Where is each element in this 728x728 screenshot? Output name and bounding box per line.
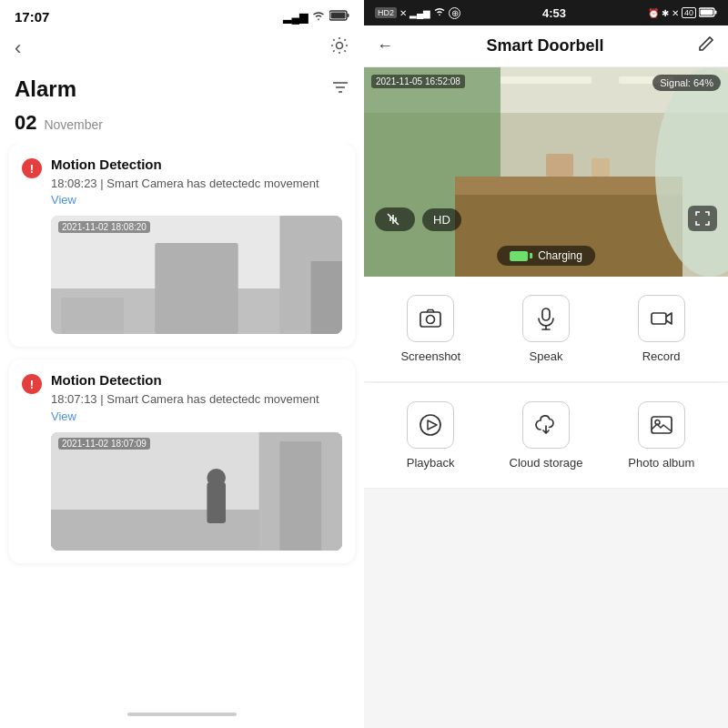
view-link-1[interactable]: View (51, 193, 76, 207)
alarm-clock-icon: ⏰ (648, 8, 659, 18)
speak-icon-container (522, 295, 570, 342)
actions-row-1: Screenshot Speak (364, 277, 728, 381)
battery-tip (530, 253, 532, 258)
svg-rect-11 (155, 243, 238, 334)
status-bar-right: HD2 ✕ ▂▄▆ ⊕ 4:53 ⏰ ✱ ✕ 40 (364, 0, 728, 25)
status-icons-left: ▂▄▆ (283, 10, 349, 24)
charging-label: Charging (538, 249, 582, 262)
signal-bars-icon: ▂▄▆ (410, 8, 430, 18)
date-month: November (44, 117, 103, 132)
alarm-card-1: ! Motion Detection 18:08:23 | Smart Came… (9, 144, 355, 347)
bottom-nav-bar (0, 701, 364, 728)
signal-40-icon: 40 (682, 7, 696, 18)
svg-rect-2 (331, 13, 346, 19)
alarm-thumb-1: 2021-11-02 18:08:20 (51, 216, 342, 334)
svg-rect-33 (500, 76, 592, 84)
screenshot-button[interactable]: Screenshot (394, 295, 467, 363)
speak-button[interactable]: Speak (510, 295, 582, 363)
svg-rect-12 (311, 261, 342, 334)
mute-button[interactable] (375, 207, 415, 231)
screenshot-label: Screenshot (400, 349, 460, 363)
alarm-title: Alarm (15, 76, 76, 102)
svg-rect-19 (207, 482, 226, 523)
signal-icon: ▂▄▆ (283, 11, 308, 24)
wifi-icon-right (433, 7, 446, 18)
svg-rect-1 (348, 14, 349, 17)
status-left-group: HD2 ✕ ▂▄▆ ⊕ (375, 7, 460, 19)
battery-icon (329, 10, 349, 24)
settings-icon[interactable] (329, 35, 349, 60)
signal-badge: Signal: 64% (652, 75, 721, 91)
date-day: 02 (15, 111, 36, 134)
svg-point-20 (207, 469, 226, 487)
svg-rect-22 (715, 10, 717, 14)
battery-body (510, 251, 528, 261)
left-header: ‹ (0, 30, 364, 69)
back-button[interactable]: ‹ (15, 36, 21, 60)
svg-rect-36 (592, 158, 610, 177)
svg-rect-35 (546, 154, 573, 177)
circle-icon: ⊕ (449, 7, 460, 19)
doorbell-back-button[interactable]: ← (377, 36, 393, 56)
svg-rect-40 (542, 308, 550, 320)
battery-charging-icon (510, 251, 532, 261)
home-indicator (127, 713, 237, 716)
speak-label: Speak (530, 349, 563, 363)
svg-rect-43 (652, 313, 666, 324)
right-panel: HD2 ✕ ▂▄▆ ⊕ 4:53 ⏰ ✱ ✕ 40 (364, 0, 728, 728)
thumb-timestamp-2: 2021-11-02 18:07:09 (58, 438, 150, 450)
event-title-2: Motion Detection (51, 372, 342, 388)
cloud-icon (534, 413, 558, 437)
svg-point-39 (427, 316, 435, 324)
hd-button[interactable]: HD (422, 208, 461, 231)
x-icon: ✕ (399, 8, 407, 18)
svg-point-3 (337, 43, 343, 49)
play-icon (419, 413, 442, 437)
svg-rect-13 (61, 298, 124, 334)
alarm-content-1: Motion Detection 18:08:23 | Smart Camera… (51, 157, 342, 334)
svg-rect-18 (279, 441, 321, 551)
camera-icon (419, 307, 442, 330)
battery-right-icon (699, 7, 717, 19)
doorbell-header: ← Smart Doorbell (364, 25, 728, 67)
svg-rect-46 (652, 417, 672, 433)
svg-rect-38 (420, 312, 440, 327)
playback-icon-container (407, 401, 454, 449)
cloud-storage-label: Cloud storage (510, 456, 583, 470)
bluetooth-icon: ✱ (662, 8, 669, 18)
thumb-scene-1 (51, 216, 342, 334)
filter-icon[interactable] (331, 79, 349, 100)
record-label: Record (642, 349, 681, 363)
video-icon (650, 307, 673, 330)
fullscreen-button[interactable] (688, 206, 717, 231)
charging-bar: Charging (497, 246, 595, 266)
record-icon-container (638, 295, 685, 342)
photo-album-button[interactable]: Photo album (625, 401, 698, 470)
view-link-2[interactable]: View (51, 410, 76, 423)
alarm-exclamation-2: ! (22, 374, 42, 394)
image-icon (650, 413, 673, 437)
status-time: 17:07 (15, 9, 49, 25)
status-time-right: 4:53 (542, 6, 566, 20)
photo-album-label: Photo album (628, 456, 694, 470)
photo-icon-container (638, 401, 685, 449)
svg-marker-45 (428, 420, 437, 430)
camera-preview: 2021-11-05 16:52:08 Signal: 64% HD (364, 67, 728, 277)
screenshot-icon-container (407, 295, 454, 342)
wifi-icon (311, 10, 326, 24)
actions-section-2: Playback Cloud storage (364, 383, 728, 489)
alarm-card-2: ! Motion Detection 18:07:13 | Smart Came… (9, 359, 355, 562)
svg-rect-23 (701, 9, 713, 15)
camera-controls-overlay: HD (375, 207, 461, 231)
alarm-desc-1: 18:08:23 | Smart Camera has detectedc mo… (51, 176, 342, 208)
cloud-storage-button[interactable]: Cloud storage (510, 401, 583, 470)
thumb-timestamp-1: 2021-11-02 18:08:20 (58, 221, 150, 233)
playback-button[interactable]: Playback (394, 401, 467, 470)
alarm-desc-2: 18:07:13 | Smart Camera has detectedc mo… (51, 391, 342, 424)
alarm-list: ! Motion Detection 18:08:23 | Smart Came… (0, 144, 364, 701)
doorbell-title: Smart Doorbell (486, 36, 603, 56)
record-button[interactable]: Record (625, 295, 698, 363)
edit-icon[interactable] (697, 35, 715, 57)
alarm-exclamation-1: ! (22, 158, 42, 178)
x2-icon: ✕ (672, 8, 679, 18)
